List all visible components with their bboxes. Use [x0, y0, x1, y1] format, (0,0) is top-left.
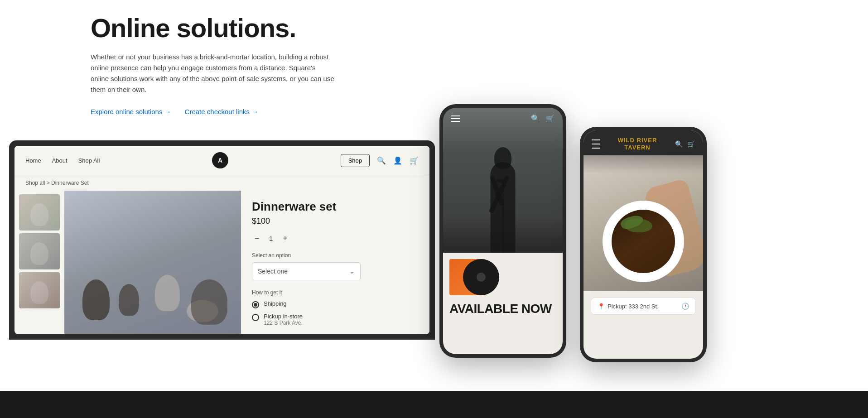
restaurant-nav-icons: 🔍 🛒	[675, 140, 695, 148]
quantity-decrease[interactable]: −	[252, 233, 262, 243]
select-placeholder: Select one	[258, 268, 288, 275]
delivery-section: How to get it Shipping Pickup in-s	[252, 289, 419, 326]
food-plate	[603, 201, 684, 282]
shop-button[interactable]: Shop	[341, 154, 370, 167]
food-hero-gradient	[583, 155, 703, 173]
phone-search-icon[interactable]: 🔍	[531, 114, 540, 123]
thumbnail-3[interactable]	[19, 272, 60, 308]
cart-icon[interactable]: 🛒	[410, 156, 419, 165]
phone-music-screen: 🔍 🛒	[443, 108, 563, 354]
pickup-location: 📍 Pickup: 333 2nd St.	[598, 303, 659, 310]
garnish	[619, 213, 645, 231]
available-now-section: AVAILABLE NOW	[449, 303, 556, 315]
restaurant-hamburger-icon[interactable]	[592, 139, 600, 149]
page-title: Online solutions.	[91, 14, 362, 43]
restaurant-name: WILD RIVER TAVERN	[618, 137, 657, 151]
cta-links-row: Explore online solutions → Create checko…	[91, 108, 362, 115]
phone-restaurant-screen: WILD RIVER TAVERN 🔍 🛒	[583, 130, 703, 359]
restaurant-search-icon[interactable]: 🔍	[675, 140, 683, 148]
laptop-nav-actions: Shop 🔍 👤 🛒	[341, 154, 419, 167]
product-name: Dinnerware set	[252, 200, 419, 214]
nav-shop-all[interactable]: Shop All	[78, 157, 100, 164]
food-hero-image	[583, 155, 703, 291]
product-main-image	[64, 191, 241, 334]
quantity-increase[interactable]: +	[280, 233, 290, 243]
page-description: Whether or not your business has a brick…	[91, 52, 335, 95]
laptop-navbar: Home About Shop All A Shop 🔍 👤 🛒	[14, 146, 429, 175]
ceramic-item-3	[155, 275, 180, 311]
nav-about[interactable]: About	[52, 157, 68, 164]
laptop-logo: A	[212, 152, 228, 168]
product-details-panel: Dinnerware set $100 − 1 + Select an opti…	[241, 191, 429, 334]
bottom-bar	[0, 391, 868, 418]
checkout-link[interactable]: Create checkout links →	[185, 108, 259, 115]
pickup-radio[interactable]	[252, 314, 259, 321]
product-price: $100	[252, 216, 419, 226]
content-area: Online solutions. Whether or not your bu…	[91, 14, 362, 115]
album-artwork	[449, 259, 486, 295]
location-pin-icon: 📍	[598, 303, 605, 310]
laptop-device: Home About Shop All A Shop 🔍 👤 🛒	[9, 140, 435, 340]
shipping-radio[interactable]	[252, 301, 259, 308]
singer-head	[494, 147, 511, 169]
user-icon[interactable]: 👤	[393, 156, 402, 165]
pickup-address-text: Pickup: 333 2nd St.	[608, 303, 659, 310]
ceramic-bowl	[187, 300, 218, 322]
available-now-text: AVAILABLE NOW	[449, 303, 556, 315]
pickup-info-bar: 📍 Pickup: 333 2nd St. 🕐	[591, 298, 696, 315]
mic-head	[497, 179, 506, 183]
phone-music-device: 🔍 🛒	[439, 104, 566, 358]
phone-music-content: AVAILABLE NOW	[443, 253, 563, 354]
hero-gradient	[443, 216, 563, 253]
quantity-value: 1	[269, 235, 273, 242]
laptop-screen: Home About Shop All A Shop 🔍 👤 🛒	[14, 146, 429, 334]
music-album-area	[449, 259, 556, 295]
food-item	[612, 210, 675, 273]
laptop-main-content: Dinnerware set $100 − 1 + Select an opti…	[14, 191, 429, 334]
product-thumbnails	[14, 191, 64, 334]
search-icon[interactable]: 🔍	[377, 156, 386, 165]
restaurant-cart-icon[interactable]: 🛒	[687, 140, 695, 148]
phone-music-hero	[443, 108, 563, 253]
quantity-control: − 1 +	[252, 233, 419, 243]
dropdown-chevron-icon: ⌄	[349, 268, 355, 275]
restaurant-bottom-content: 📍 Pickup: 333 2nd St. 🕐	[583, 291, 703, 321]
pickup-option[interactable]: Pickup in-store 122 S Park Ave.	[252, 313, 419, 326]
phone-music-nav-icons: 🔍 🛒	[531, 114, 555, 123]
option-label: Select an option	[252, 252, 419, 259]
shipping-option[interactable]: Shipping	[252, 300, 419, 308]
shipping-label: Shipping	[264, 300, 287, 307]
pickup-info-text: Pickup in-store 122 S Park Ave.	[264, 313, 303, 326]
hamburger-menu-icon[interactable]	[451, 115, 460, 122]
explore-link[interactable]: Explore online solutions →	[91, 108, 171, 115]
breadcrumb: Shop all > Dinnerware Set	[14, 175, 429, 191]
phone-restaurant-nav: WILD RIVER TAVERN 🔍 🛒	[583, 130, 703, 155]
thumbnail-1[interactable]	[19, 194, 60, 231]
page-wrapper: Online solutions. Whether or not your bu…	[0, 0, 868, 418]
phone-music-nav: 🔍 🛒	[443, 108, 563, 127]
time-icon: 🕐	[681, 303, 689, 310]
screens-area: Home About Shop All A Shop 🔍 👤 🛒	[0, 122, 868, 418]
laptop-nav-links: Home About Shop All	[25, 157, 100, 164]
album-record	[463, 259, 499, 295]
nav-home[interactable]: Home	[25, 157, 41, 164]
phone-restaurant-device: WILD RIVER TAVERN 🔍 🛒	[580, 127, 707, 362]
ceramic-item-1	[82, 279, 110, 320]
delivery-label: How to get it	[252, 289, 419, 296]
select-dropdown[interactable]: Select one ⌄	[252, 262, 361, 280]
phone-cart-icon[interactable]: 🛒	[545, 114, 555, 123]
ceramic-item-2	[119, 284, 139, 316]
thumbnail-2[interactable]	[19, 233, 60, 269]
